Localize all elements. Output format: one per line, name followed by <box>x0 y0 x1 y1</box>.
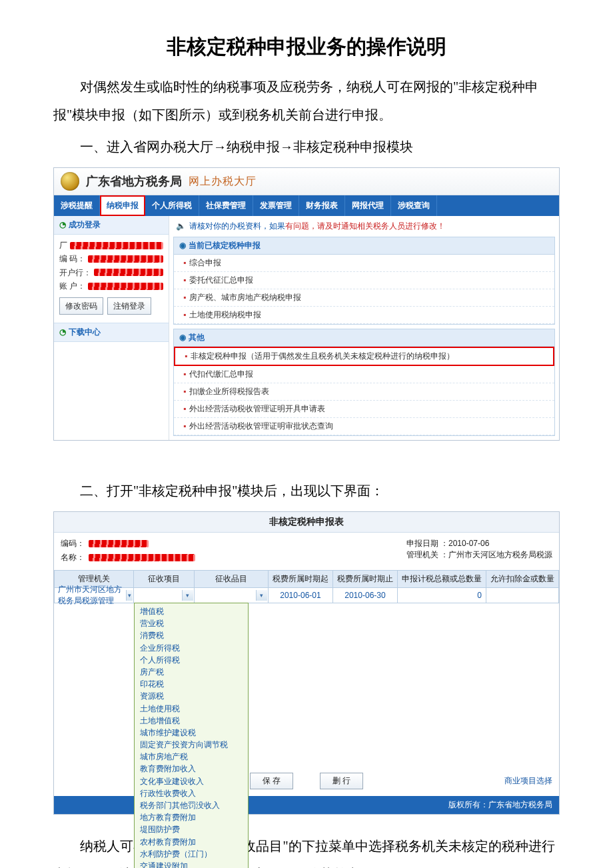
period-start-input[interactable]: 2010-06-01 <box>268 588 332 603</box>
nav-item[interactable]: 涉税提醒 <box>54 195 100 216</box>
list-item[interactable]: ▪综合申报 <box>174 255 554 272</box>
main-content: 🔈请核对你的办税资料，如果有问题，请及时通知相关税务人员进行修改！ ◉当前已核定… <box>169 216 559 440</box>
label-code: 编码： <box>61 538 85 549</box>
bullet-icon: ◉ <box>179 241 186 250</box>
declaration-table: 管理机关征收项目征收品目税费所属时期起税费所属时期止申报计税总额或总数量允许扣除… <box>54 570 559 603</box>
dropdown-option[interactable]: 消费税 <box>135 629 248 641</box>
dropdown-option[interactable]: 堤围防护费 <box>135 823 248 835</box>
list-item[interactable]: ▪房产税、城市房地产税纳税申报 <box>174 289 554 307</box>
square-bullet-icon: ▪ <box>183 258 186 267</box>
dropdown-option[interactable]: 城市房地产税 <box>135 751 248 763</box>
label-submit-date: 申报日期 ： <box>406 539 448 548</box>
bullet-icon: ◉ <box>179 333 186 342</box>
list-item[interactable]: ▪土地使用税纳税申报 <box>174 307 554 324</box>
save-button[interactable]: 保 存 <box>250 773 293 789</box>
chevron-down-icon[interactable]: ▾ <box>182 590 193 601</box>
doc-intro: 对偶然发生或临时性的纳税事项及应税劳务，纳税人可在网报的"非核定税种申报"模块申… <box>53 73 560 129</box>
period-end-input[interactable]: 2010-06-30 <box>332 588 397 603</box>
dropdown-option[interactable]: 营业税 <box>135 617 248 629</box>
notice-warning: 有问题，请及时通知相关税务人员进行修改！ <box>285 221 445 231</box>
dropdown-option[interactable]: 地方教育费附加 <box>135 811 248 823</box>
dropdown-option[interactable]: 增值税 <box>135 605 248 617</box>
redacted-value <box>88 255 163 263</box>
list-item[interactable]: ▪外出经营活动税收管理证明开具申请表 <box>174 401 554 418</box>
field-code-label: 编 码： <box>59 252 85 265</box>
chevron-down-icon[interactable]: ▾ <box>256 590 267 601</box>
screenshot-1: 广东省地方税务局 网上办税大厅 涉税提醒纳税申报个人所得税社保费管理发票管理财务… <box>53 167 560 441</box>
dropdown-option[interactable]: 交通建设附加 <box>135 860 248 868</box>
dropdown-option[interactable]: 教育费附加收入 <box>135 763 248 775</box>
dropdown-option[interactable]: 企业所得税 <box>135 642 248 654</box>
dropdown-option[interactable]: 印花税 <box>135 678 248 690</box>
speaker-icon: 🔈 <box>176 221 186 231</box>
nav-item[interactable]: 纳税申报 <box>100 195 145 216</box>
column-header: 税费所属时期止 <box>332 571 397 588</box>
column-header: 税费所属时期起 <box>268 571 332 588</box>
column-header: 允许扣除金或数量 <box>486 571 558 588</box>
list-item[interactable]: ▪外出经营活动税收管理证明审批状态查询 <box>174 418 554 435</box>
login-panel-header: ◔成功登录 <box>54 216 169 235</box>
dropdown-option[interactable]: 水利防护费（江门） <box>135 848 248 860</box>
redacted-value <box>70 242 163 249</box>
dropdown-option[interactable]: 文化事业建设收入 <box>135 775 248 787</box>
dropdown-option[interactable]: 土地增值税 <box>135 715 248 727</box>
delete-row-button[interactable]: 删 行 <box>320 773 363 789</box>
doc-outro: 纳税人可在"征收项目"和"征收品目"的下拉菜单中选择税务机关未核定的税种进行申报… <box>53 832 560 868</box>
nav-item[interactable]: 个人所得税 <box>145 195 199 216</box>
section1-title: 当前已核定税种申报 <box>189 241 261 250</box>
dropdown-option[interactable]: 个人所得税 <box>135 654 248 666</box>
footer-copyright: 版权所有：广东省地方税务局 <box>54 796 559 814</box>
logout-button[interactable]: 注销登录 <box>107 297 151 315</box>
field-bank-label: 开户行： <box>59 266 91 279</box>
field-acct-label: 账 户： <box>59 279 85 293</box>
dropdown-option[interactable]: 行政性收费收入 <box>135 787 248 799</box>
brand-subtitle: 网上办税大厅 <box>189 175 257 189</box>
list-item[interactable]: ▪代扣代缴汇总申报 <box>174 366 554 383</box>
square-bullet-icon: ▪ <box>183 310 186 319</box>
square-bullet-icon: ▪ <box>183 421 186 431</box>
square-bullet-icon: ▪ <box>183 293 186 302</box>
download-center-header[interactable]: ◔下载中心 <box>54 323 169 342</box>
form-title: 非核定税种申报表 <box>54 512 559 533</box>
nav-item[interactable]: 涉税查询 <box>391 195 437 216</box>
tax-item-select[interactable]: ▾ <box>135 589 193 602</box>
dropdown-option[interactable]: 资源税 <box>135 690 248 702</box>
dropdown-option[interactable]: 房产税 <box>135 666 248 678</box>
nav-item[interactable]: 发票管理 <box>253 195 299 216</box>
value-submit-date: 2010-07-06 <box>448 539 489 548</box>
form-meta: 编码： 名称： 申报日期 ：2010-07-06 管理机关 ：广州市天河区地方税… <box>54 533 559 570</box>
column-header: 征收项目 <box>133 571 194 588</box>
column-header: 申报计税总额或总数量 <box>397 571 486 588</box>
chevron-down-icon[interactable]: ▾ <box>126 590 133 601</box>
tax-subitem-select[interactable]: ▾ <box>195 589 267 602</box>
step-2: 二、打开"非核定税种申报"模块后，出现以下界面： <box>53 477 560 505</box>
screenshot-2: 非核定税种申报表 编码： 名称： 申报日期 ：2010-07-06 管理机关 ：… <box>53 511 560 815</box>
dropdown-option[interactable]: 城市维护建设税 <box>135 727 248 739</box>
deductible-input[interactable] <box>486 588 558 603</box>
section-others: ◉其他 ▪非核定税种申报（适用于偶然发生且税务机关未核定税种进行的纳税申报）▪代… <box>173 329 555 436</box>
main-nav: 涉税提醒纳税申报个人所得税社保费管理发票管理财务报表网报代理涉税查询 <box>54 195 559 216</box>
list-item[interactable]: ▪非核定税种申报（适用于偶然发生且税务机关未核定税种进行的纳税申报） <box>174 347 554 366</box>
list-item[interactable]: ▪扣缴企业所得税报告表 <box>174 383 554 401</box>
value-authority: 广州市天河区地方税务局税源 <box>448 550 552 559</box>
nav-item[interactable]: 财务报表 <box>299 195 345 216</box>
dropdown-option[interactable]: 土地使用税 <box>135 703 248 715</box>
business-item-link[interactable]: 商业项目选择 <box>504 775 552 787</box>
square-bullet-icon: ▪ <box>183 387 186 396</box>
dropdown-option[interactable]: 税务部门其他罚没收入 <box>135 799 248 811</box>
dropdown-option[interactable]: 农村教育费附加 <box>135 836 248 848</box>
nav-item[interactable]: 社保费管理 <box>199 195 253 216</box>
notice-pre: 请核对你的办税资料，如果 <box>189 221 285 231</box>
logo-emblem-icon <box>61 172 79 191</box>
nav-item[interactable]: 网报代理 <box>345 195 391 216</box>
table-row: 广州市天河区地方税务局税源管理▾ ▾ 增值税营业税消费税企业所得税个人所得税房产… <box>55 588 559 603</box>
square-bullet-icon: ▪ <box>183 404 186 413</box>
list-item[interactable]: ▪委托代征汇总申报 <box>174 272 554 289</box>
authority-select[interactable]: 广州市天河区地方税务局税源管理▾ <box>55 589 133 602</box>
redacted-value <box>89 554 195 561</box>
change-password-button[interactable]: 修改密码 <box>59 297 103 315</box>
dropdown-option[interactable]: 固定资产投资方向调节税 <box>135 739 248 751</box>
label-authority: 管理机关 ： <box>406 550 448 559</box>
total-input[interactable]: 0 <box>397 588 486 603</box>
step-1: 一、进入省网办税大厅→纳税申报→非核定税种申报模块 <box>53 133 560 161</box>
